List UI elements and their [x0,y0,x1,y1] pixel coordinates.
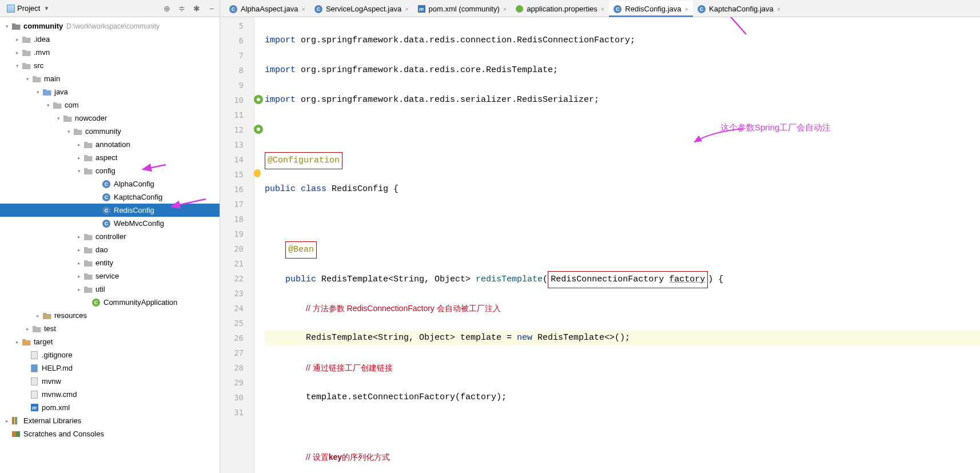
close-icon[interactable]: × [685,6,688,13]
maven-icon: m [31,404,38,411]
tree-community-pkg[interactable]: community [0,125,220,138]
root-path: D:\work\workspace\community [66,22,160,30]
tree-controller[interactable]: controller [0,230,220,243]
tab-appprops[interactable]: application.properties× [511,1,609,17]
package-icon [84,285,93,293]
editor-area: CAlphaAspect.java× CServiceLogAspect.jav… [220,0,980,473]
tree-config[interactable]: config [0,164,220,177]
package-icon [84,154,93,161]
tree-gitignore[interactable]: .gitignore [0,348,220,361]
file-icon [31,377,38,385]
tree-resources[interactable]: resources [0,309,220,322]
tree-project-root[interactable]: community D:\work\workspace\community [0,19,220,33]
project-icon [7,5,15,13]
tab-redisconfig[interactable]: CRedisConfig.java× [609,1,693,17]
project-view-dropdown[interactable]: Project ▼ [3,3,53,14]
close-icon[interactable]: × [301,6,305,13]
package-icon [53,101,62,109]
project-folder-icon [12,22,21,30]
code-editor[interactable]: 5678910111213141516171819202122232425262… [220,17,980,473]
class-icon: C [102,206,110,214]
close-icon[interactable]: × [777,6,780,13]
tree-src[interactable]: src [0,59,220,72]
package-icon [84,246,93,253]
settings-icon[interactable]: − [207,4,216,13]
tree-aspect[interactable]: aspect [0,151,220,164]
folder-icon [22,35,31,43]
tree-alphaconfig[interactable]: CAlphaConfig [0,177,220,190]
class-icon: C [698,5,706,13]
tree-annotation[interactable]: annotation [0,138,220,151]
markdown-icon [31,364,38,372]
tab-kaptchaconfig[interactable]: CKaptchaConfig.java× [693,1,785,17]
tree-util[interactable]: util [0,283,220,296]
package-icon [84,167,93,174]
package-icon [84,272,93,280]
class-icon: C [229,5,237,13]
tree-main[interactable]: main [0,72,220,85]
spring-icon [516,5,523,13]
class-icon: C [102,193,110,201]
annotation-note: 这个参数Spring工厂会自动注 [720,120,831,135]
file-icon [31,391,38,399]
scratches-icon [12,431,20,437]
tree-help[interactable]: HELP.md [0,361,220,375]
tab-pom[interactable]: mpom.xml (community)× [413,1,512,17]
tree-webmvcconfig[interactable]: CWebMvcConfig [0,217,220,230]
tree-com[interactable]: com [0,98,220,112]
project-toolwindow-header: Project ▼ ⊕ ≑ ✱ − [0,0,220,17]
class-icon: C [314,5,322,13]
tree-app[interactable]: CCommunityApplication [0,296,220,309]
package-icon [63,114,72,122]
file-icon [31,351,38,359]
tree-mvn[interactable]: .mvn [0,46,220,59]
tree-nowcoder[interactable]: nowcoder [0,112,220,125]
package-icon [84,233,93,240]
collapse-icon[interactable]: ✱ [192,4,201,13]
line-gutter[interactable]: 5678910111213141516171819202122232425262… [220,17,254,473]
class-icon: C [614,5,622,13]
resources-folder-icon [43,312,51,319]
project-tree[interactable]: community D:\work\workspace\community .i… [0,17,220,473]
root-name: community [23,22,63,30]
code-area[interactable]: import org.springframework.data.redis.co… [254,17,980,473]
folder-icon [22,62,31,69]
tree-idea[interactable]: .idea [0,33,220,46]
chevron-down-icon: ▼ [43,5,49,11]
editor-tabs: CAlphaAspect.java× CServiceLogAspect.jav… [220,0,980,17]
locate-icon[interactable]: ⊕ [162,4,172,13]
package-icon [84,259,93,267]
source-folder-icon [43,88,51,96]
close-icon[interactable]: × [405,6,408,13]
tree-redisconfig[interactable]: CRedisConfig [0,204,220,217]
package-icon [84,141,93,148]
tree-target[interactable]: target [0,335,220,348]
tree-test[interactable]: test [0,322,220,335]
tree-pom[interactable]: mpom.xml [0,401,220,414]
tab-alphaaspect[interactable]: CAlphaAspect.java× [225,1,310,17]
libraries-icon [12,417,20,425]
close-icon[interactable]: × [503,6,507,13]
excluded-folder-icon [22,338,31,345]
tree-mvnw[interactable]: mvnw [0,375,220,388]
tree-entity[interactable]: entity [0,256,220,269]
project-label-text: Project [17,4,40,13]
close-icon[interactable]: × [601,6,604,13]
tree-kaptchaconfig[interactable]: CKaptchaConfig [0,190,220,204]
project-toolbar: ⊕ ≑ ✱ − [162,4,216,13]
tree-dao[interactable]: dao [0,243,220,256]
class-icon: C [102,220,110,228]
tab-servicelog[interactable]: CServiceLogAspect.java× [310,1,413,17]
tree-java[interactable]: java [0,85,220,98]
class-icon: C [102,180,110,188]
folder-icon [33,325,41,332]
tree-scratch[interactable]: Scratches and Consoles [0,427,220,440]
tree-mvnwcmd[interactable]: mvnw.cmd [0,388,220,401]
project-sidebar: Project ▼ ⊕ ≑ ✱ − community D:\work\work… [0,0,220,473]
folder-icon [22,49,31,56]
spring-boot-app-icon: C [92,299,100,307]
tree-service[interactable]: service [0,269,220,283]
folder-icon [33,75,41,82]
expand-all-icon[interactable]: ≑ [177,4,186,13]
tree-ext-lib[interactable]: External Libraries [0,414,220,427]
